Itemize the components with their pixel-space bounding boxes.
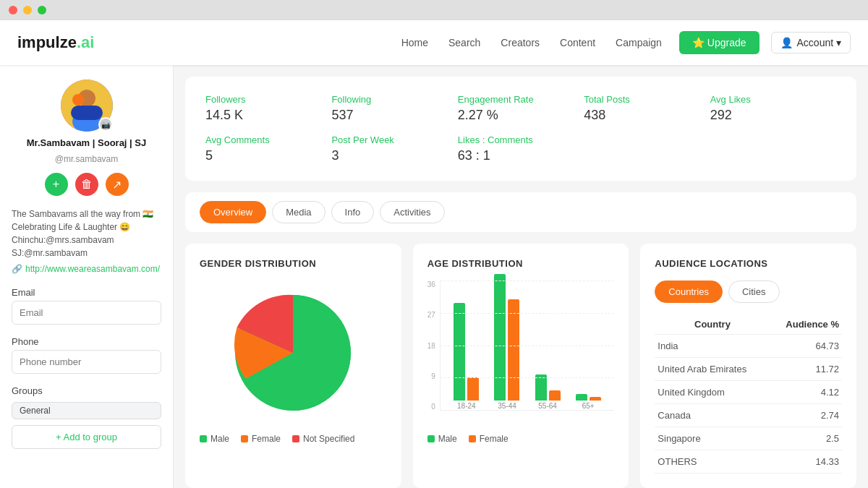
stat-following: Following 537 [331, 94, 457, 123]
cities-button[interactable]: Cities [728, 281, 780, 303]
titlebar [0, 0, 868, 20]
stat-avglikes-value: 292 [710, 108, 836, 123]
pct-cell: 64.73 [770, 335, 842, 358]
nav-content[interactable]: Content [560, 37, 595, 48]
tab-overview[interactable]: Overview [200, 201, 266, 223]
groups-label: Groups [12, 385, 161, 396]
col-country: Country [655, 314, 770, 335]
svg-rect-4 [71, 106, 103, 120]
location-card: AUDIENCE LOCATIONS Countries Cities Coun… [640, 244, 856, 488]
table-row: United Arab Emirates11.72 [655, 358, 842, 381]
profile-name: Mr.Sambavam | Sooraj | SJ [27, 137, 147, 148]
stat-followers: Followers 14.5 K [205, 94, 331, 123]
bar-5564-female [549, 390, 561, 401]
stat-postperweek-label: Post Per Week [331, 134, 457, 145]
add-group-button[interactable]: + Add to group [12, 425, 161, 449]
y-label-36: 36 [427, 281, 435, 288]
stat-followers-value: 14.5 K [205, 108, 331, 123]
stat-empty-1 [584, 134, 710, 163]
bar-1824-female [467, 377, 479, 401]
stat-following-label: Following [331, 94, 457, 105]
link-icon: 🔗 [12, 262, 22, 275]
tab-info[interactable]: Info [331, 201, 375, 223]
minimize-button[interactable] [23, 6, 32, 14]
pct-cell: 2.5 [770, 427, 842, 450]
nav-links: Home Search Creators Content Campaign [401, 37, 662, 48]
location-title: AUDIENCE LOCATIONS [655, 258, 842, 269]
close-button[interactable] [9, 6, 17, 14]
location-toggle: Countries Cities [655, 281, 842, 303]
action-icons: + 🗑 ↗ [45, 173, 129, 196]
avatar-wrap: 📷 [61, 80, 113, 132]
country-cell: India [655, 335, 770, 358]
phone-field-group: Phone [12, 336, 161, 374]
account-menu[interactable]: 👤 Account ▾ [771, 32, 851, 53]
bio-link[interactable]: 🔗 http://www.weareasambavam.com/ [12, 262, 161, 275]
tab-media[interactable]: Media [272, 201, 325, 223]
stat-avglikes-label: Avg Likes [710, 94, 836, 105]
account-icon: 👤 [780, 37, 793, 48]
sidebar: 📷 Mr.Sambavam | Sooraj | SJ @mr.sambavam… [0, 65, 174, 488]
age-legend-male-label: Male [438, 434, 457, 444]
nav-search[interactable]: Search [448, 37, 480, 48]
age-label-1824: 18-24 [457, 402, 476, 410]
nav-creators[interactable]: Creators [501, 37, 540, 48]
y-label-18: 18 [427, 342, 435, 350]
country-cell: United Kingdom [655, 381, 770, 404]
legend-female-label: Female [252, 434, 281, 444]
stat-postperweek: Post Per Week 3 [331, 134, 457, 163]
location-table: Country Audience % India64.73United Arab… [655, 314, 842, 474]
bar-1824-male [454, 303, 465, 401]
delete-icon[interactable]: 🗑 [75, 173, 98, 196]
stat-postperweek-value: 3 [331, 148, 457, 163]
table-row: Singapore2.5 [655, 427, 842, 450]
stat-likescomments-value: 63 : 1 [458, 148, 584, 163]
main-layout: 📷 Mr.Sambavam | Sooraj | SJ @mr.sambavam… [0, 65, 868, 488]
pct-cell: 4.12 [770, 381, 842, 404]
bar-3544-female [508, 299, 519, 401]
email-input[interactable] [12, 301, 161, 325]
stat-engagement: Engagement Rate 2.27 % [458, 94, 584, 123]
navbar: impulze.ai Home Search Creators Content … [0, 20, 868, 65]
nav-home[interactable]: Home [401, 37, 428, 48]
profile-handle: @mr.sambavam [55, 154, 119, 164]
stat-likescomments: Likes : Comments 63 : 1 [458, 134, 584, 163]
bar-5564-male [535, 374, 547, 401]
pct-cell: 14.33 [770, 450, 842, 474]
pct-cell: 11.72 [770, 358, 842, 381]
tabs-bar: Overview Media Info Activities [185, 192, 856, 232]
legend-notspecified: Not Specified [292, 434, 354, 444]
stat-engagement-value: 2.27 % [458, 108, 584, 123]
gender-legend: Male Female Not Specified [200, 434, 387, 444]
age-chart-title: AGE DISTRIBUTION [427, 258, 615, 269]
stat-posts-value: 438 [584, 108, 710, 123]
account-label: Account ▾ [797, 37, 841, 48]
table-row: United Kingdom4.12 [655, 381, 842, 404]
logo-accent: .ai [77, 33, 94, 51]
bio-link-text: http://www.weareasambavam.com/ [25, 262, 160, 275]
maximize-button[interactable] [38, 6, 46, 14]
stat-empty-2 [710, 134, 836, 163]
bar-3544-male [494, 274, 506, 401]
nav-campaign[interactable]: Campaign [616, 37, 662, 48]
y-label-9: 9 [427, 372, 435, 380]
countries-button[interactable]: Countries [655, 281, 723, 303]
age-legend: Male Female [427, 434, 615, 444]
group-tag: General [12, 402, 161, 419]
tab-activities[interactable]: Activities [380, 201, 444, 223]
gender-chart-title: GENDER DISTRIBUTION [200, 258, 387, 269]
stats-row-1: Followers 14.5 K Following 537 Engagemen… [205, 94, 836, 123]
stat-avglikes: Avg Likes 292 [710, 94, 836, 123]
stats-card: Followers 14.5 K Following 537 Engagemen… [185, 77, 856, 181]
camera-icon[interactable]: 📷 [98, 117, 113, 132]
add-icon[interactable]: + [45, 173, 68, 196]
upgrade-button[interactable]: ⭐ Upgrade [679, 31, 760, 54]
logo: impulze.ai [17, 33, 94, 52]
age-label-3544: 35-44 [498, 402, 516, 410]
share-icon[interactable]: ↗ [106, 173, 129, 196]
stat-likescomments-label: Likes : Comments [458, 134, 584, 145]
y-label-0: 0 [427, 403, 435, 411]
phone-input[interactable] [12, 350, 161, 374]
content-area: Followers 14.5 K Following 537 Engagemen… [174, 65, 868, 488]
stat-engagement-label: Engagement Rate [458, 94, 584, 105]
